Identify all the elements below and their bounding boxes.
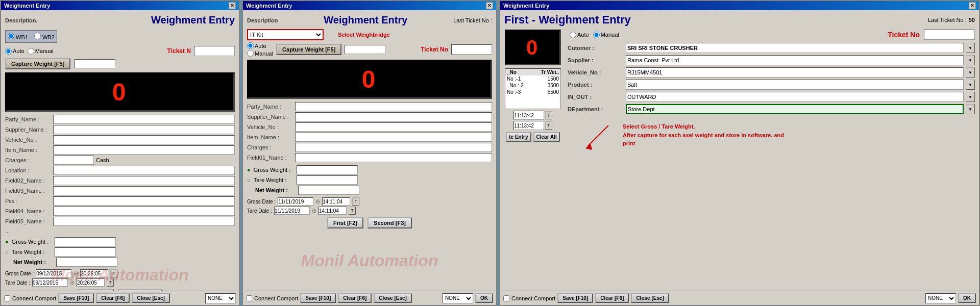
p2-save-btn[interactable]: Save [F10]	[300, 293, 336, 303]
p3-customer-dropdown[interactable]: ▼	[966, 43, 975, 53]
p1-field05[interactable]	[53, 217, 235, 226]
p2-second-btn[interactable]: Second [F3]	[368, 217, 412, 228]
p3-manual-label[interactable]: Manual	[593, 32, 619, 38]
p1-manual-label[interactable]: Manual	[28, 48, 54, 55]
p3-clear-btn[interactable]: Clear [F6]	[595, 293, 629, 303]
p1-tare-time[interactable]	[77, 278, 105, 287]
p1-mode-select[interactable]: NONE	[205, 293, 236, 303]
p1-gross-date[interactable]	[36, 269, 71, 277]
p1-capture-btn[interactable]: Capture Weight [F5]	[5, 58, 70, 69]
p1-connect-checkbox[interactable]	[4, 295, 10, 301]
p2-auto-label[interactable]: Auto	[247, 42, 273, 49]
p2-first-btn[interactable]: Frist [F2]	[327, 217, 363, 228]
p2-gross-t-btn[interactable]: T	[352, 197, 359, 206]
p2-ticket-input[interactable]	[451, 44, 492, 55]
p1-auto-label[interactable]: Auto	[5, 48, 24, 55]
p2-supplier-name[interactable]	[295, 112, 492, 121]
p3-supplier-dropdown[interactable]: ▼	[966, 55, 975, 65]
p2-capture-btn[interactable]: Capture Weight [F5]	[276, 44, 341, 55]
p3-ok-btn[interactable]: OK	[958, 293, 976, 303]
p2-charges[interactable]	[295, 143, 492, 152]
p2-gross-time[interactable]	[322, 197, 350, 206]
p3-connect-checkbox[interactable]	[503, 295, 509, 301]
p1-close-btn[interactable]: Close [Esc]	[132, 293, 169, 303]
p2-net-input[interactable]	[298, 186, 359, 195]
p1-supplier-name[interactable]	[53, 125, 235, 134]
p2-manual-label[interactable]: Manual	[247, 50, 273, 57]
p3-product-input[interactable]	[626, 80, 964, 90]
p1-pcs[interactable]	[53, 196, 235, 206]
p2-gross-date[interactable]	[278, 197, 313, 206]
p2-tare-date[interactable]	[274, 207, 310, 215]
p2-field01[interactable]	[295, 153, 492, 162]
p2-auto-radio[interactable]	[247, 42, 254, 49]
p1-clear-btn[interactable]: Clear [F6]	[96, 293, 130, 303]
wb1-radio[interactable]	[8, 33, 14, 39]
p3-auto-label[interactable]: Auto	[570, 32, 589, 38]
wb2-radio[interactable]	[34, 33, 41, 39]
p3-vehicle-input[interactable]	[626, 67, 964, 78]
p1-gross-time[interactable]	[80, 269, 108, 277]
p2-tare-input[interactable]	[297, 175, 358, 185]
p2-connect-checkbox[interactable]	[246, 295, 252, 301]
p3-gross-time[interactable]	[513, 111, 544, 120]
p1-capture-value[interactable]	[75, 59, 115, 68]
wb1-radio-label[interactable]: WB1	[8, 33, 28, 40]
p3-update-btn[interactable]: te Entry	[506, 132, 531, 142]
p1-location[interactable]	[53, 166, 235, 175]
p3-supplier-input[interactable]	[626, 55, 964, 65]
p2-capture-value[interactable]	[345, 45, 385, 54]
p3-tare-time[interactable]	[513, 121, 544, 130]
p3-dept-dropdown[interactable]: ▼	[966, 104, 975, 114]
p3-manual-radio[interactable]	[593, 32, 600, 38]
p2-manual-radio[interactable]	[247, 50, 254, 57]
p1-field03[interactable]	[53, 186, 235, 195]
panel2-close-btn[interactable]: ✕	[486, 2, 493, 9]
p1-field02[interactable]	[53, 176, 235, 185]
p3-auto-radio[interactable]	[570, 32, 576, 38]
p1-gross-t-btn[interactable]: T	[110, 269, 117, 277]
p2-vehicle-no[interactable]	[295, 122, 492, 132]
p1-charges[interactable]	[53, 156, 94, 165]
p3-save-btn[interactable]: Save [F10]	[557, 293, 593, 303]
p3-tare-t-btn[interactable]: T	[545, 121, 552, 130]
p1-auto-radio[interactable]	[5, 48, 12, 55]
p1-vehicle-no[interactable]	[53, 135, 235, 144]
p3-inout-dropdown[interactable]: ▼	[966, 92, 975, 102]
p2-clear-btn[interactable]: Clear [F6]	[338, 293, 372, 303]
p3-ticket-input[interactable]	[924, 30, 975, 40]
p2-item-name[interactable]	[295, 133, 492, 142]
panel3-close-btn[interactable]: ✕	[969, 2, 976, 9]
p3-product-dropdown[interactable]: ▼	[966, 80, 975, 90]
p3-inout-input[interactable]	[626, 92, 964, 102]
p2-gross-input[interactable]	[297, 165, 358, 174]
p2-tare-t-btn[interactable]: T	[349, 207, 356, 215]
p3-customer-input[interactable]	[626, 43, 964, 53]
p2-close-btn[interactable]: Close [Esc]	[374, 293, 411, 303]
p1-field04[interactable]	[53, 207, 235, 216]
panel1-close-btn[interactable]: ✕	[229, 2, 236, 9]
p1-tare-t-btn[interactable]: T	[107, 278, 114, 287]
p1-net-input[interactable]	[56, 258, 117, 267]
p1-party-name[interactable]	[53, 115, 235, 124]
p3-dept-input[interactable]	[626, 104, 964, 114]
p2-desc-select[interactable]: IT Kit	[247, 29, 324, 40]
p2-mode-select[interactable]: NONE	[443, 293, 473, 303]
p1-tare-input[interactable]	[55, 247, 116, 257]
p3-gross-t-btn[interactable]: T	[545, 111, 552, 119]
p1-item-name[interactable]	[53, 145, 235, 155]
p2-ok-btn[interactable]: OK	[475, 293, 493, 303]
p1-gross-input[interactable]	[55, 237, 116, 246]
p2-tare-time[interactable]	[318, 207, 347, 215]
panel1-titlebar: Weighment Entry ✕	[1, 1, 239, 10]
p3-vehicle-dropdown[interactable]: ▼	[966, 67, 975, 78]
p1-ticket-input[interactable]	[194, 46, 235, 56]
p2-party-name[interactable]	[295, 102, 492, 111]
wb2-radio-label[interactable]: WB2	[34, 33, 55, 40]
p1-save-btn[interactable]: Save [F10]	[58, 293, 94, 303]
p1-tare-date[interactable]	[32, 278, 68, 287]
p3-mode-select[interactable]: NONE	[925, 293, 956, 303]
p3-close-btn[interactable]: Close [Esc]	[631, 293, 669, 303]
p1-manual-radio[interactable]	[28, 48, 34, 55]
p3-clear-all-btn[interactable]: Clear All	[533, 132, 560, 142]
